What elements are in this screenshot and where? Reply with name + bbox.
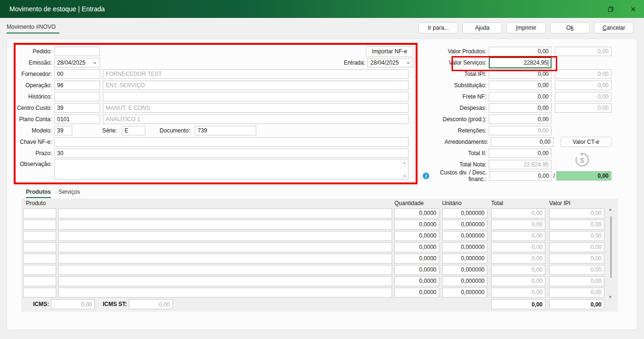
product-code-input[interactable] (23, 231, 56, 241)
fornecedor-code-input[interactable]: 00 (54, 69, 100, 79)
product-unit-input[interactable]: 0,000000 (442, 231, 487, 241)
product-row: 0,0000 0,000000 0,00 0,00 (23, 207, 618, 219)
ok-button[interactable]: Ok (550, 22, 590, 33)
modelo-label: Modelo: (7, 127, 54, 134)
product-qty-input[interactable]: 0,0000 (394, 276, 439, 286)
historico-label: Histórico: (7, 93, 54, 100)
product-unit-input[interactable]: 0,000000 (442, 276, 487, 286)
arredondamento-input[interactable]: 0,00 (491, 137, 553, 147)
product-qty-input[interactable]: 0,0000 (394, 254, 439, 264)
historico-code-input[interactable] (54, 92, 100, 101)
product-code-input[interactable] (23, 220, 56, 230)
ir-para-button[interactable]: Ir para... (418, 22, 458, 33)
valor-produtos-input[interactable]: 0,00 (489, 47, 552, 56)
product-desc-input[interactable] (58, 288, 392, 298)
currency-refresh-icon[interactable]: $ (574, 151, 591, 168)
plano-conta-label: Plano Conta: (7, 116, 54, 123)
product-desc-input[interactable] (58, 276, 392, 286)
custos-div-input[interactable]: 0,00 (489, 171, 552, 181)
product-qty-input[interactable]: 0,0000 (394, 220, 439, 230)
product-code-input[interactable] (23, 254, 56, 264)
scrollbar-down-icon[interactable]: ▼ (608, 295, 612, 299)
product-desc-input[interactable] (58, 208, 392, 218)
icms-label: ICMS: (21, 299, 49, 309)
substituicao-input[interactable]: 0,00 (489, 81, 552, 90)
product-desc-input[interactable] (58, 242, 392, 252)
desconto-prod-input[interactable]: 0,00 (489, 115, 552, 124)
total-ipi-input[interactable]: 0,00 (489, 69, 552, 79)
scrollbar-thumb[interactable] (611, 216, 611, 278)
icms-input[interactable]: 0,00 (51, 299, 95, 309)
modelo-input[interactable]: 39 (54, 126, 72, 135)
product-desc-input[interactable] (58, 254, 392, 264)
prazo-input[interactable]: 30 (54, 149, 409, 158)
total-ii-label: Total II: (423, 150, 489, 157)
product-code-input[interactable] (23, 265, 56, 275)
info-icon[interactable]: i (423, 173, 429, 179)
despesas-input[interactable]: 0,00 (489, 103, 552, 113)
product-unit-input[interactable]: 0,000000 (442, 242, 487, 252)
cancelar-button[interactable]: Cancelar (594, 22, 634, 33)
product-ipi-field: 0,00 (549, 254, 604, 264)
product-unit-input[interactable]: 0,000000 (442, 265, 487, 275)
entrada-select[interactable]: 28/04/2025⌄ (368, 58, 413, 67)
product-unit-input[interactable]: 0,000000 (442, 220, 487, 230)
serie-input[interactable]: E (122, 126, 145, 135)
product-ipi-field: 0,00 (549, 242, 604, 252)
product-unit-input[interactable]: 0,000000 (442, 288, 487, 298)
top-button-bar: Ir para... Ajuda Imprimir Ok Cancelar (418, 22, 634, 33)
product-qty-input[interactable]: 0,0000 (394, 208, 439, 218)
products-grid: Produto Quantidade Unitário Total Valor … (21, 198, 618, 312)
product-code-input[interactable] (23, 288, 56, 298)
tab-servicos[interactable]: Serviços (59, 189, 80, 198)
product-code-input[interactable] (23, 276, 56, 286)
emissao-select[interactable]: 28/04/2025⌄ (54, 58, 100, 67)
product-row: 0,0000 0,000000 0,00 0,00 (23, 275, 618, 287)
product-total-field: 0,00 (491, 254, 545, 264)
custos-div-label: Custos div. / Desc. financ.: (431, 169, 489, 182)
frete-nf-input[interactable]: 0,00 (489, 92, 552, 101)
valor-produtos-converted-field: 0,00 (555, 47, 611, 56)
tab-produtos[interactable]: Produtos (26, 189, 51, 198)
scroll-down-icon[interactable]: ▼ (403, 174, 406, 178)
detail-tabs: Produtos Serviços (26, 189, 80, 198)
product-qty-input[interactable]: 0,0000 (394, 288, 439, 298)
close-icon[interactable]: ✕ (629, 5, 637, 13)
total-nota-field: 22.824,95 (489, 160, 552, 169)
valor-servicos-input[interactable]: 22824,95 (489, 57, 552, 68)
imprimir-button[interactable]: Imprimir (506, 22, 546, 33)
centro-custo-code-input[interactable]: 39 (54, 103, 100, 113)
product-total-field: 0,00 (491, 208, 545, 218)
ajuda-button[interactable]: Ajuda (462, 22, 502, 33)
observacao-textarea[interactable]: ▲ ▼ (54, 159, 409, 180)
product-qty-input[interactable]: 0,0000 (394, 265, 439, 275)
product-row: 0,0000 0,000000 0,00 0,00 (23, 264, 618, 275)
product-qty-input[interactable]: 0,0000 (394, 242, 439, 252)
prazo-label: Prazo: (7, 150, 54, 157)
product-desc-input[interactable] (58, 265, 392, 275)
restore-icon[interactable] (606, 5, 615, 13)
plano-conta-code-input[interactable]: 0101 (54, 115, 100, 124)
retencoes-field: 0,00 (489, 126, 552, 135)
product-code-input[interactable] (23, 242, 56, 252)
product-desc-input[interactable] (58, 231, 392, 241)
total-ii-input[interactable]: 0,00 (489, 149, 552, 158)
pedido-input[interactable] (54, 47, 100, 56)
icms-st-input[interactable]: 0,00 (129, 299, 173, 309)
window-controls: ✕ (606, 0, 637, 18)
scrollbar-up-icon[interactable]: ▲ (608, 207, 612, 212)
historico-desc-field (103, 92, 409, 101)
scroll-up-icon[interactable]: ▲ (403, 161, 406, 164)
chave-nfe-input[interactable] (54, 137, 409, 147)
tab-movimento-novo[interactable]: Movimento #NOVO (7, 24, 59, 33)
grid-scrollbar[interactable]: ▲ ▼ (607, 207, 615, 299)
product-code-input[interactable] (23, 208, 56, 218)
operacao-code-input[interactable]: 96 (54, 81, 100, 90)
importar-nfe-button[interactable]: Importar NF-e (366, 46, 413, 57)
valor-cte-button[interactable]: Valor CT-e (560, 137, 611, 147)
product-qty-input[interactable]: 0,0000 (394, 231, 439, 241)
product-desc-input[interactable] (58, 220, 392, 230)
product-unit-input[interactable]: 0,000000 (442, 208, 487, 218)
documento-input[interactable]: 739 (195, 126, 256, 135)
product-unit-input[interactable]: 0,000000 (442, 254, 487, 264)
